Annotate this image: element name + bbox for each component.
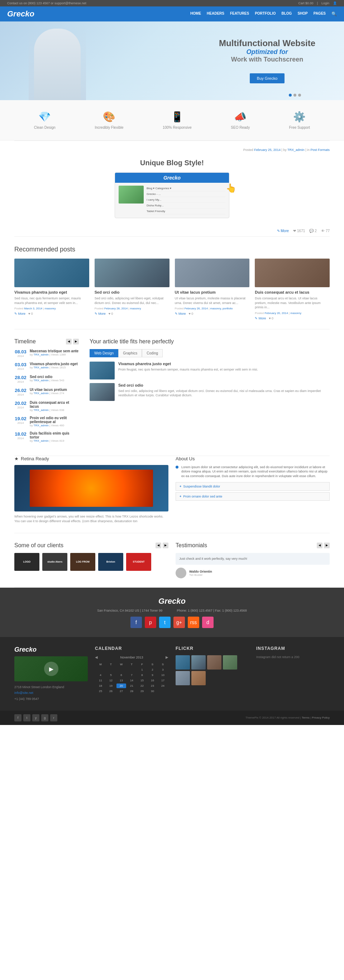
cal-d-26[interactable]: 26 <box>106 689 116 694</box>
flickr-item-5[interactable] <box>176 671 190 685</box>
social-mini-twitter[interactable]: t <box>23 714 30 721</box>
cal-d-3[interactable]: 3 <box>158 667 168 672</box>
test-prev-btn[interactable]: ◀ <box>317 542 323 548</box>
timeline-next-btn[interactable]: ▶ <box>73 339 79 344</box>
cal-d-9[interactable]: 9 <box>148 673 157 678</box>
social-dribbble-icon[interactable]: d <box>202 617 214 628</box>
top-bar: Contact us on (800) 123 4567 or support@… <box>0 0 344 6</box>
cal-d-29[interactable]: 29 <box>137 689 147 694</box>
cal-d-23[interactable]: 23 <box>148 684 157 688</box>
cal-d-16[interactable]: 16 <box>148 678 157 683</box>
accordion-header-1[interactable]: + Suspendisse blandit dolor <box>176 482 329 490</box>
nav-shop[interactable]: SHOP <box>298 11 307 16</box>
nav-features[interactable]: FEATURES <box>230 11 249 16</box>
cal-d-27[interactable]: 27 <box>117 689 126 694</box>
timeline-content-4: Duis consequat arcu et lacus by TRX_admi… <box>30 401 79 412</box>
tab-graphics[interactable]: Graphics <box>118 349 142 357</box>
cal-d-17[interactable]: 17 <box>158 678 168 683</box>
cal-d-19[interactable]: 19 <box>106 684 116 688</box>
social-mini-googleplus[interactable]: g <box>41 714 48 721</box>
nav-blog[interactable]: BLOG <box>281 11 292 16</box>
social-rss-icon[interactable]: rss <box>188 617 199 628</box>
clients-prev-btn[interactable]: ◀ <box>155 542 161 548</box>
timeline-date-0: 08.03 2014 <box>14 349 27 358</box>
test-next-btn[interactable]: ▶ <box>324 542 330 548</box>
cal-d-2[interactable]: 2 <box>148 667 157 672</box>
calendar-prev-btn[interactable]: ◀ <box>95 655 98 659</box>
cal-d-6[interactable]: 6 <box>117 673 126 678</box>
post-more-1[interactable]: ✎ More <box>14 312 26 315</box>
nav-home[interactable]: HOME <box>190 11 201 16</box>
social-mini-facebook[interactable]: f <box>14 714 21 721</box>
post-category[interactable]: Post Formats <box>310 148 330 152</box>
post-more-3[interactable]: ✎ More <box>175 312 186 315</box>
hero-buy-button[interactable]: Buy Grecko <box>250 73 285 83</box>
post-date[interactable]: February 25, 2014 <box>254 148 281 152</box>
social-mini-youtube[interactable]: y <box>32 714 39 721</box>
cal-d-22[interactable]: 22 <box>137 684 147 688</box>
social-googleplus-icon[interactable]: g+ <box>173 617 185 628</box>
social-pinterest-icon[interactable]: p <box>145 617 156 628</box>
cal-d-4[interactable]: 4 <box>96 673 106 678</box>
cal-d-15[interactable]: 15 <box>137 678 147 683</box>
clients-next-btn[interactable]: ▶ <box>163 542 168 548</box>
timeline-date-3: 26.02 2014 <box>14 388 27 396</box>
flickr-item-2[interactable] <box>191 655 206 670</box>
about-title: About Us <box>176 456 330 461</box>
terms-link[interactable]: Terms <box>302 716 310 719</box>
post-title-3: Ut vitae lacus pretium <box>175 290 250 294</box>
accordion-header-2[interactable]: + Proin ornare dolor sed ante <box>176 493 329 500</box>
flickr-item-1[interactable] <box>176 655 190 670</box>
post-author[interactable]: TRX_admin <box>287 148 305 152</box>
social-mini-rss[interactable]: r <box>50 714 57 721</box>
cal-d-12[interactable]: 12 <box>106 678 116 683</box>
cal-d-1[interactable]: 1 <box>137 667 147 672</box>
flickr-item-4[interactable] <box>223 655 237 670</box>
hero-dot-2[interactable] <box>293 94 296 97</box>
cal-d-11[interactable]: 11 <box>96 678 106 683</box>
hero-section: Multifunctional Website Optimized for Wo… <box>0 21 344 100</box>
more-link[interactable]: ✎ More <box>277 229 289 233</box>
search-icon[interactable]: 🔍 <box>331 11 337 16</box>
cal-d-21[interactable]: 21 <box>127 684 136 688</box>
testimonials-column: Testimonials ◀ ▶ Just check and it work … <box>176 542 330 579</box>
post-more-2[interactable]: ✎ More <box>94 312 106 315</box>
post-more-4[interactable]: ✎ More <box>255 317 266 320</box>
post-card-2: Sed orci odio Sed orci odio, adipiscing … <box>94 259 170 320</box>
cal-d-10[interactable]: 10 <box>158 673 168 678</box>
footer-widget-about: Grecko ▶ 2718 Minot Street London Englan… <box>14 646 88 702</box>
cal-d-24[interactable]: 24 <box>158 684 168 688</box>
cal-d-28[interactable]: 28 <box>127 689 136 694</box>
cal-d-20[interactable]: 20 <box>117 684 126 688</box>
cal-d-5[interactable]: 5 <box>106 673 116 678</box>
nav-headers[interactable]: HEADERS <box>207 11 224 16</box>
hero-dot-3[interactable] <box>298 94 301 97</box>
flickr-item-3[interactable] <box>207 655 221 670</box>
social-twitter-icon[interactable]: t <box>159 617 171 628</box>
footer-widget-instagram: Instagram Instagram did not return a 200 <box>256 646 330 702</box>
nav-pages[interactable]: PAGES <box>314 11 326 16</box>
cal-d-empty-4 <box>127 667 136 672</box>
cal-d-13[interactable]: 13 <box>117 678 126 683</box>
timeline-item-5: 19.02 2014 Proin vel odio eu velit pelle… <box>14 416 79 427</box>
cal-d-18[interactable]: 18 <box>96 684 106 688</box>
site-logo[interactable]: Grecko <box>7 9 34 19</box>
hero-dot-1[interactable] <box>289 94 292 97</box>
cal-d-8[interactable]: 8 <box>137 673 147 678</box>
cal-d-14[interactable]: 14 <box>127 678 136 683</box>
cal-d-30[interactable]: 30 <box>148 689 157 694</box>
login-link[interactable]: Login <box>322 2 329 5</box>
timeline-prev-btn[interactable]: ◀ <box>66 339 72 344</box>
privacy-link[interactable]: Privacy Policy <box>312 716 330 719</box>
tab-web-design[interactable]: Web Design <box>90 349 118 357</box>
cart-link[interactable]: Cart $0.00 <box>299 2 314 5</box>
flickr-item-6[interactable] <box>191 671 206 685</box>
nav-portfolio[interactable]: PORTFOLIO <box>255 11 275 16</box>
tab-coding[interactable]: Coding <box>142 349 163 357</box>
cal-d-25[interactable]: 25 <box>96 689 106 694</box>
calendar-next-btn[interactable]: ▶ <box>166 655 168 659</box>
post-excerpt-4: Duis consequat arcu et lacus. Ut vitae l… <box>255 296 330 310</box>
social-facebook-icon[interactable]: f <box>130 617 142 628</box>
cal-d-7[interactable]: 7 <box>127 673 136 678</box>
test-author-info: Waldo Orientin Tizi Buster <box>189 570 212 577</box>
